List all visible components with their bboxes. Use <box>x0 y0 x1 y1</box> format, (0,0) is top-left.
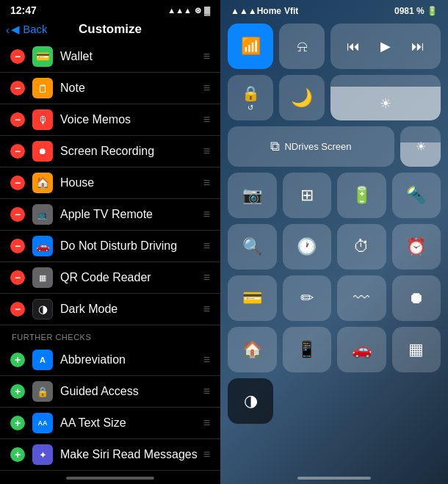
right-status-bar: ▲▲▲ Home ‌Vfit‌ 0981 % 🔋 <box>220 0 448 19</box>
dark-mode-cc-button[interactable]: ◑ <box>228 378 273 424</box>
timer-button[interactable]: ⏱ <box>337 224 386 270</box>
drag-handle[interactable]: ≡ <box>203 303 210 316</box>
flashlight-button[interactable]: 🔦 <box>392 173 441 218</box>
clock-icon: 🕐 <box>297 237 317 256</box>
voice-memos-icon: 🎙 <box>32 109 53 130</box>
list-item[interactable]: + 🔒 ‌Guided Access ≡ <box>0 376 220 408</box>
search-button[interactable]: 🔍 <box>228 224 277 270</box>
markup-button[interactable]: ✏ <box>283 275 332 321</box>
list-item[interactable]: − 🏠 House ≡ <box>0 167 220 199</box>
alarm-icon: ⏰ <box>406 237 426 256</box>
remove-qr-reader-button[interactable]: − <box>10 270 25 285</box>
row-lock-moon-brightness: 🔒 ↺ 🌙 ☀ <box>228 75 441 120</box>
markup-icon: ✏ <box>300 289 314 308</box>
drag-handle[interactable]: ≡ <box>203 208 210 221</box>
lock-rotation-button[interactable]: 🔒 ↺ <box>228 75 273 120</box>
bluetooth-button[interactable]: ⍾ <box>279 24 325 69</box>
camera-button[interactable]: 📷 <box>228 173 277 218</box>
screen-recording-cc-button[interactable]: ⏺ <box>392 275 441 321</box>
text-size-icon: AA <box>32 413 53 433</box>
calculator-button[interactable]: ⊞ <box>283 173 332 218</box>
battery-icon: ▓ <box>204 6 210 15</box>
drag-handle[interactable]: ≡ <box>203 176 210 189</box>
remote-button[interactable]: 📱 <box>283 327 332 372</box>
remove-screen-recording-button[interactable]: − <box>10 144 25 159</box>
siri-messages-icon: ✦ <box>32 444 53 465</box>
drag-handle[interactable]: ≡ <box>203 416 210 430</box>
left-panel: 12:47 ▲▲▲ ⊛ ▓ ‹ ◀ Back ‌Customize − 💳 Wa… <box>0 0 220 484</box>
apple-tv-icon: 📺 <box>32 204 53 225</box>
list-item[interactable]: + AA AA Text Size ≡ <box>0 408 220 439</box>
battery-button[interactable]: 🔋 <box>337 173 386 218</box>
volume-slider[interactable]: ☀ <box>400 126 441 167</box>
qr-reader-icon: ▦ <box>32 267 53 288</box>
remove-wallet-button[interactable]: − <box>10 49 25 64</box>
list-item[interactable]: − ◑ Dark Mode ≡ <box>0 294 220 325</box>
remove-house-button[interactable]: − <box>10 176 25 190</box>
note-icon: 🗒 <box>32 78 53 98</box>
drag-handle[interactable]: ≡ <box>203 448 210 461</box>
do-not-disturb-button[interactable]: 🌙 <box>279 75 325 120</box>
carplay-button[interactable]: 🚗 <box>337 327 386 372</box>
brightness-slider[interactable]: ☀ <box>330 75 441 120</box>
drag-handle[interactable]: ≡ <box>203 271 210 284</box>
battery-status-icon: 🔋 <box>352 186 372 205</box>
apple-tv-label: Apple TV Remote <box>60 208 200 221</box>
guided-access-label: ‌Guided Access <box>60 385 200 398</box>
world-clock-button[interactable]: 🕐 <box>283 224 332 270</box>
list-item[interactable]: − 🚗 Do Not Disturb Driving ≡ <box>0 231 220 262</box>
row-connectivity-media: 📶 ⍾ ⏮ ▶ ⏭ <box>228 24 441 69</box>
qr-icon: ▦ <box>408 340 424 359</box>
wallet-cc-button[interactable]: 💳 <box>228 275 277 321</box>
list-item[interactable]: − 🗒 Note ≡ <box>0 73 220 104</box>
list-item[interactable]: − 📺 Apple TV Remote ≡ <box>0 199 220 231</box>
screen-mirror-label: N​​​​Drives Screen <box>284 141 351 152</box>
home-app-button[interactable]: 🏠 <box>228 327 277 372</box>
play-button[interactable]: ▶ <box>380 38 391 54</box>
carplay-icon: 🚗 <box>352 340 372 359</box>
wifi-icon: ⊛ <box>195 6 201 15</box>
add-text-size-button[interactable]: + <box>10 416 25 430</box>
qr-reader-label: QR Code Reader <box>60 271 200 284</box>
add-siri-messages-button[interactable]: + <box>10 447 25 462</box>
list-item[interactable]: − ⏺ Screen Recording ≡ <box>0 136 220 167</box>
list-item[interactable]: − ▦ QR Code Reader ≡ <box>0 262 220 294</box>
right-network: ‌Vfit‌ <box>284 6 298 16</box>
time-display: 12:47 <box>10 4 37 16</box>
remove-dark-mode-button[interactable]: − <box>10 302 25 317</box>
voice-memos-cc-button[interactable]: 〰 <box>337 275 386 321</box>
add-guided-access-button[interactable]: + <box>10 384 25 399</box>
fast-forward-button[interactable]: ⏭ <box>411 39 424 54</box>
drag-handle[interactable]: ≡ <box>203 385 210 398</box>
wifi-button[interactable]: 📶 <box>228 24 273 69</box>
remove-dnd-driving-button[interactable]: − <box>10 239 25 253</box>
drag-handle[interactable]: ≡ <box>203 82 210 95</box>
list-item[interactable]: − 💳 Wallet ≡ <box>0 41 220 73</box>
volume-icon: ☀ <box>416 140 426 153</box>
alarm-button[interactable]: ⏰ <box>392 224 441 270</box>
dnd-driving-icon: 🚗 <box>32 236 53 256</box>
right-battery: 0981 % 🔋 <box>394 6 438 16</box>
drag-handle[interactable]: ≡ <box>203 50 210 63</box>
qr-reader-cc-button[interactable]: ▦ <box>392 327 441 372</box>
remove-note-button[interactable]: − <box>10 81 25 95</box>
add-abbreviation-button[interactable]: + <box>10 353 25 367</box>
remove-voice-memos-button[interactable]: − <box>10 112 25 127</box>
row-smart-home: 🏠 📱 🚗 ▦ <box>228 327 441 372</box>
drag-handle[interactable]: ≡ <box>203 239 210 253</box>
screen-mirror-button[interactable]: ⧉ N​​​​Drives Screen <box>228 126 394 167</box>
drag-handle[interactable]: ≡ <box>203 353 210 366</box>
list-item[interactable]: + ✦ Make Siri Read Messages ≡ <box>0 439 220 471</box>
status-icons: ▲▲▲ ⊛ ▓ <box>167 6 210 15</box>
drag-handle[interactable]: ≡ <box>203 113 210 126</box>
dnd-driving-label: Do Not Disturb Driving <box>60 239 200 253</box>
list-item[interactable]: − 🎙 Voice Memos ≡ <box>0 104 220 136</box>
list-item[interactable]: + 👂 ‌Hearing ≡ <box>0 471 220 472</box>
list-item[interactable]: + A Abbreviation ≡ <box>0 344 220 376</box>
rewind-button[interactable]: ⏮ <box>347 39 360 54</box>
drag-handle[interactable]: ≡ <box>203 145 210 158</box>
guided-access-icon: 🔒 <box>32 381 53 402</box>
nav-bar: ‹ ◀ Back ‌Customize <box>0 19 220 41</box>
remove-apple-tv-button[interactable]: − <box>10 207 25 222</box>
back-button[interactable]: ‹ ◀ Back <box>6 23 48 36</box>
